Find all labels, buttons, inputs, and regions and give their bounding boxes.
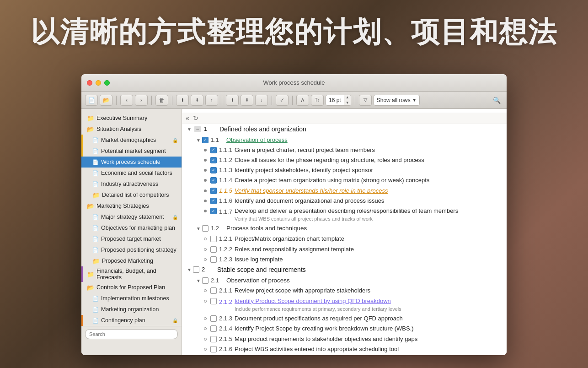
indent-left-btn[interactable]: ↑ bbox=[205, 95, 218, 106]
file-icon: 📄 bbox=[92, 148, 99, 154]
sidebar-item-executive-summary[interactable]: 📁 Executive Summary bbox=[81, 113, 182, 124]
checkbox-2[interactable] bbox=[193, 266, 199, 273]
sidebar-item-market-demographics[interactable]: 📄 Market demographics 🔒 bbox=[81, 135, 182, 146]
checkbox-215[interactable] bbox=[210, 336, 217, 342]
indent-up-btn[interactable]: ⬆ bbox=[176, 95, 189, 106]
checkbox-212[interactable] bbox=[210, 298, 217, 304]
font-size-up[interactable]: ▲ bbox=[344, 95, 351, 100]
show-rows-label: Show all rows bbox=[377, 97, 411, 103]
font-size-arrows[interactable]: ▲ ▼ bbox=[344, 95, 351, 106]
search-button[interactable]: 🔍 bbox=[490, 95, 503, 106]
align-center-btn[interactable]: ⬇ bbox=[241, 95, 253, 106]
expand-btn-2[interactable]: ▼ bbox=[186, 266, 193, 274]
row-number-121: 1.2.1 bbox=[219, 235, 233, 243]
row-number-214: 2.1.4 bbox=[219, 325, 233, 333]
row-number-117: 1.1.7 bbox=[219, 208, 233, 216]
checkbox-122[interactable] bbox=[210, 246, 217, 253]
font-size-btn[interactable]: T↕ bbox=[311, 95, 324, 106]
row-number-116: 1.1.6 bbox=[219, 197, 233, 205]
bullet-215 bbox=[204, 338, 207, 341]
checkbox-11[interactable]: ✓ bbox=[202, 137, 208, 143]
checkbox-213[interactable] bbox=[210, 315, 217, 322]
maximize-button[interactable] bbox=[104, 80, 110, 86]
nav-prev-btn[interactable]: « bbox=[186, 114, 189, 122]
checkbox-117[interactable]: ✓ bbox=[210, 208, 217, 214]
bullet-116 bbox=[204, 200, 207, 202]
sidebar-item-positioning[interactable]: 📄 Proposed positioning strategy bbox=[81, 244, 182, 255]
sidebar-item-contingency[interactable]: 📄 Contingency plan 🔒 bbox=[81, 315, 182, 326]
checkbox-111[interactable]: ✓ bbox=[210, 147, 217, 153]
search-input[interactable] bbox=[85, 329, 178, 339]
checkbox-116[interactable]: ✓ bbox=[210, 198, 217, 204]
expand-btn-21[interactable]: ▼ bbox=[195, 277, 202, 285]
sidebar-label: Executive Summary bbox=[96, 115, 147, 121]
row-number-112: 1.1.2 bbox=[219, 156, 233, 164]
checkbox-121[interactable] bbox=[210, 236, 217, 242]
show-rows-selector[interactable]: Show all rows ▼ bbox=[374, 95, 420, 106]
titlebar: Work process schedule bbox=[81, 74, 507, 92]
forward-btn[interactable]: › bbox=[135, 95, 148, 106]
checkbox-114[interactable]: ✓ bbox=[210, 177, 217, 184]
font-size-selector[interactable]: 16 pt ▲ ▼ bbox=[326, 95, 351, 106]
indent-down-btn[interactable]: ⬇ bbox=[191, 95, 203, 106]
nav-refresh-btn[interactable]: ↻ bbox=[193, 114, 198, 122]
delete-btn[interactable]: 🗑 bbox=[155, 95, 168, 106]
expand-btn-11[interactable]: ▼ bbox=[195, 137, 202, 144]
row-number-12: 1.2 bbox=[211, 224, 225, 233]
back-btn[interactable]: ‹ bbox=[120, 95, 133, 106]
filter-btn[interactable]: ▽ bbox=[359, 95, 372, 106]
new-document-btn[interactable]: 📄 bbox=[85, 95, 98, 106]
font-size-down[interactable]: ▼ bbox=[344, 100, 351, 106]
checkbox-216[interactable] bbox=[210, 346, 217, 352]
expand-btn-1[interactable]: ▼ bbox=[186, 126, 193, 133]
sidebar-item-implementation[interactable]: 📄 Implementation milestones bbox=[81, 293, 182, 304]
row-number-2: 2 bbox=[202, 265, 215, 274]
checkbox-12[interactable] bbox=[202, 225, 208, 232]
sidebar-label: Economic and social factors bbox=[101, 170, 172, 176]
row-text-113: Identify project stakeholders, identify … bbox=[235, 166, 503, 174]
checkbox-112[interactable]: ✓ bbox=[210, 157, 217, 163]
sidebar-item-situation-analysis[interactable]: 📂 Situation Analysis bbox=[81, 124, 182, 135]
sidebar-item-work-process[interactable]: 📄 Work process schedule bbox=[81, 157, 182, 168]
align-right-btn[interactable]: ↓ bbox=[255, 95, 268, 106]
checkmark-btn[interactable]: ✓ bbox=[276, 95, 289, 106]
sidebar-item-marketing-strategies[interactable]: 📂 Marketing Strategies bbox=[81, 200, 182, 211]
outline-row-1: ▼ − 1 Defined roles and organization bbox=[182, 124, 507, 135]
bullet-112 bbox=[204, 159, 207, 162]
row-number-122: 1.2.2 bbox=[219, 245, 233, 254]
sidebar-item-potential-market[interactable]: 📄 Potential market segment bbox=[81, 146, 182, 157]
outline-row-213: 2.1.3 Document product specifications as… bbox=[182, 314, 507, 324]
folder-icon: 📂 bbox=[87, 203, 94, 210]
sidebar-item-industry[interactable]: 📄 Industry attractiveness bbox=[81, 179, 182, 189]
outline-row-117: ✓ 1.1.7 Develop and deliver a presentati… bbox=[182, 206, 507, 224]
sidebar-item-competitors[interactable]: 📁 Detailed list of competitors bbox=[81, 189, 182, 200]
checkbox-21[interactable] bbox=[202, 277, 208, 284]
sidebar-item-major-strategy[interactable]: 📄 Major strategy statement 🔒 bbox=[81, 211, 182, 222]
checkbox-123[interactable] bbox=[210, 256, 217, 263]
sidebar-item-economic[interactable]: 📄 Economic and social factors bbox=[81, 168, 182, 179]
sidebar-label: Implementation milestones bbox=[101, 295, 169, 302]
bullet-213 bbox=[204, 317, 207, 320]
sidebar-item-proposed-marketing[interactable]: 📁 Proposed Marketing bbox=[81, 255, 182, 266]
row-text-112: Close all issues for the phase regarding… bbox=[235, 156, 503, 164]
font-btn[interactable]: A bbox=[296, 95, 309, 106]
open-btn[interactable]: 📂 bbox=[100, 95, 112, 106]
folder-icon: 📁 bbox=[92, 192, 100, 199]
outline-row-216: 2.1.6 Project WBS activities entered int… bbox=[182, 344, 507, 354]
minimize-button[interactable] bbox=[96, 80, 101, 86]
checkbox-211[interactable] bbox=[210, 287, 217, 294]
close-button[interactable] bbox=[87, 80, 92, 86]
sidebar-item-marketing-org[interactable]: 📄 Marketing organization bbox=[81, 304, 182, 315]
expand-btn-12[interactable]: ▼ bbox=[195, 225, 202, 233]
sidebar-item-controls[interactable]: 📂 Controls for Proposed Plan bbox=[81, 282, 182, 293]
checkbox-115[interactable]: ✓ bbox=[210, 188, 217, 194]
checkbox-214[interactable] bbox=[210, 325, 217, 332]
sidebar-item-financials[interactable]: 📁 Financials, Budget, and Forecasts bbox=[81, 266, 182, 282]
row-text-212: Identify Product Scope document by using… bbox=[235, 298, 391, 304]
minus-btn-1[interactable]: − bbox=[193, 126, 202, 132]
checkbox-113[interactable]: ✓ bbox=[210, 167, 217, 173]
align-left-btn[interactable]: ⬆ bbox=[226, 95, 239, 106]
sidebar-item-objectives[interactable]: 📄 Objectives for marketing plan bbox=[81, 222, 182, 233]
sidebar-item-proposed-target[interactable]: 📄 Proposed target market bbox=[81, 233, 182, 244]
folder-icon: 📁 bbox=[87, 115, 94, 122]
